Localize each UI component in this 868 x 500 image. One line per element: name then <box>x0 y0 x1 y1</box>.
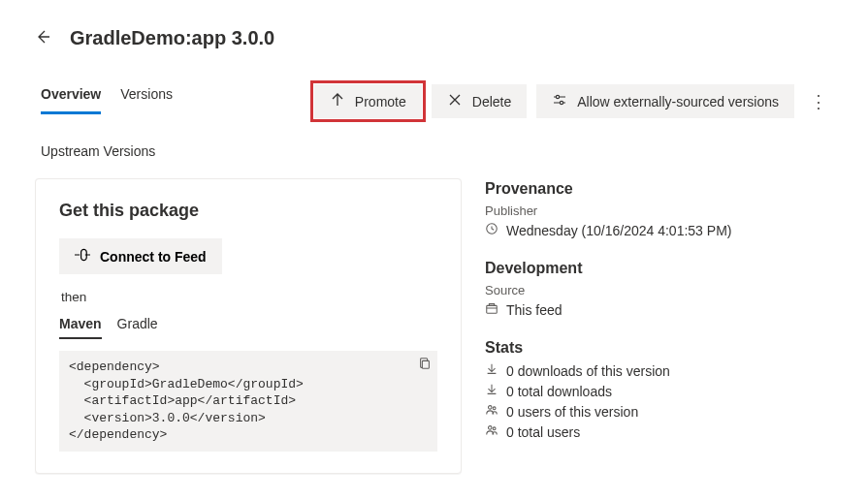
then-label: then <box>61 290 435 304</box>
svg-point-7 <box>489 426 493 430</box>
plug-icon <box>75 247 90 266</box>
users-icon <box>485 403 498 420</box>
upstream-versions-heading: Upstream Versions <box>35 143 833 159</box>
tab-overview[interactable]: Overview <box>41 86 101 114</box>
page-header: GradleDemo:app 3.0.0 <box>35 27 833 49</box>
get-package-card: Get this package Connect to Feed then Ma… <box>35 178 462 474</box>
svg-rect-4 <box>487 305 498 313</box>
svg-point-1 <box>561 101 563 104</box>
promote-button[interactable]: Promote <box>314 84 422 118</box>
connect-label: Connect to Feed <box>100 249 207 265</box>
clock-icon <box>485 222 498 238</box>
sliders-icon <box>552 92 567 110</box>
side-panel: Provenance Publisher Wednesday (10/16/20… <box>485 178 833 461</box>
stats-section: Stats 0 downloads of this version 0 tota… <box>485 339 833 440</box>
development-section: Development Source This feed <box>485 260 833 318</box>
tab-maven[interactable]: Maven <box>59 316 102 339</box>
users-icon <box>485 423 498 440</box>
downloads-total: 0 total downloads <box>506 384 612 399</box>
downloads-version: 0 downloads of this version <box>506 363 670 379</box>
connect-to-feed-button[interactable]: Connect to Feed <box>59 238 222 274</box>
allow-external-label: Allow externally-sourced versions <box>577 94 779 109</box>
action-bar: Promote Delete Allow externally-sourced … <box>314 84 833 118</box>
source-value: This feed <box>506 302 563 318</box>
allow-external-button[interactable]: Allow externally-sourced versions <box>536 84 794 118</box>
provenance-section: Provenance Publisher Wednesday (10/16/20… <box>485 180 833 238</box>
download-icon <box>485 362 498 379</box>
svg-point-5 <box>489 406 493 410</box>
users-version: 0 users of this version <box>506 404 638 420</box>
arrow-up-icon <box>330 92 345 110</box>
users-total: 0 total users <box>506 424 580 440</box>
tab-versions[interactable]: Versions <box>120 86 173 114</box>
delete-label: Delete <box>472 94 511 109</box>
development-title: Development <box>485 260 833 277</box>
x-icon <box>447 92 463 110</box>
snippet-tabs: Maven Gradle <box>59 316 437 339</box>
promote-label: Promote <box>355 94 406 109</box>
svg-rect-2 <box>422 360 429 368</box>
svg-point-8 <box>493 427 496 430</box>
provenance-title: Provenance <box>485 180 833 198</box>
download-icon <box>485 383 498 399</box>
source-label: Source <box>485 283 833 297</box>
snippet-text: <dependency> <groupId>GradleDemo</groupI… <box>69 359 304 442</box>
back-icon[interactable] <box>35 29 50 47</box>
code-snippet: <dependency> <groupId>GradleDemo</groupI… <box>59 351 437 452</box>
main-tabs: Overview Versions <box>35 84 178 114</box>
feed-icon <box>485 301 498 318</box>
card-title: Get this package <box>59 201 437 221</box>
delete-button[interactable]: Delete <box>432 84 527 118</box>
publish-timestamp: Wednesday (10/16/2024 4:01:53 PM) <box>506 223 731 238</box>
svg-point-6 <box>493 407 496 410</box>
publisher-label: Publisher <box>485 203 833 218</box>
page-title: GradleDemo:app 3.0.0 <box>70 27 274 49</box>
more-menu-button[interactable]: ⋮ <box>804 91 833 112</box>
svg-point-0 <box>557 95 560 98</box>
stats-title: Stats <box>485 339 833 357</box>
tab-gradle[interactable]: Gradle <box>117 316 158 339</box>
